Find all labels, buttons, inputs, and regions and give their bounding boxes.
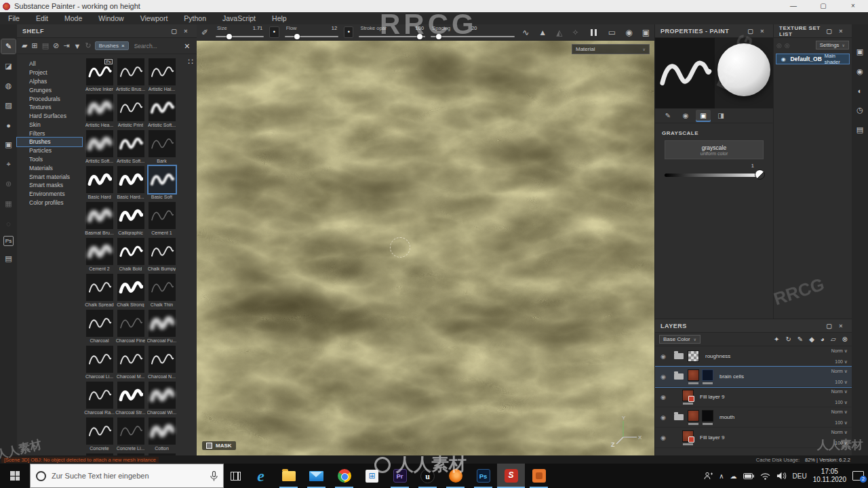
photoshop-plugin[interactable]: Ps xyxy=(3,236,14,246)
viewport-canvas[interactable]: Material∨ MASK Y X Z xyxy=(197,41,654,455)
brush-concrete[interactable]: Concrete xyxy=(84,418,115,453)
menu-window[interactable]: Window xyxy=(90,12,132,24)
layer-thumbnail-red[interactable] xyxy=(688,410,699,422)
brush-charcoal-wi[interactable]: Charcoal Wi... xyxy=(146,382,177,418)
category-all[interactable]: All xyxy=(17,60,82,68)
battery-icon[interactable] xyxy=(743,473,754,479)
layer-visibility-icon[interactable]: ◉ xyxy=(658,373,669,380)
brush-charcoal-fine[interactable]: Charcoal Fine xyxy=(115,310,146,346)
add-folder-icon[interactable]: ▱ xyxy=(831,336,836,343)
spacing-slider[interactable]: Spacing20 xyxy=(431,25,515,40)
brush-basic-hard[interactable]: Basic Hard xyxy=(84,166,115,202)
brush-cement-2[interactable]: Cement 2 xyxy=(84,238,115,274)
layer-row-fill-layer-9[interactable]: ◉ Fill layer 9 Norm ∨ 100 ∨ xyxy=(655,428,852,448)
resources-tool[interactable]: ▤ xyxy=(1,251,16,266)
clone-tool[interactable]: ▣ xyxy=(1,138,16,152)
pause-engine-icon[interactable] xyxy=(591,29,597,36)
filter-icon[interactable]: ▼ xyxy=(72,42,83,50)
clock[interactable]: 17:05 10.11.2020 xyxy=(813,468,846,485)
brushes-filter-chip[interactable]: Brushes× xyxy=(95,41,129,50)
menu-javascript[interactable]: JavaScript xyxy=(214,12,264,24)
layer-visibility-icon[interactable]: ◉ xyxy=(658,434,669,441)
log-icon[interactable]: ▤ xyxy=(856,125,863,134)
display-settings-icon[interactable]: ▣ xyxy=(856,47,863,56)
brush-archive-inker[interactable]: Ps Archive Inker xyxy=(84,58,115,94)
blend-mode-dropdown[interactable]: Norm ∨ xyxy=(831,409,848,415)
close-panel-icon[interactable]: × xyxy=(180,28,191,35)
blend-mode-dropdown[interactable]: Norm ∨ xyxy=(831,389,848,394)
camera-settings-icon[interactable]: ◉ xyxy=(856,67,863,76)
flow-slider[interactable]: Flow12 xyxy=(285,25,338,40)
float-panel-icon[interactable]: ▢ xyxy=(744,28,757,35)
layer-thumbnail-redfill[interactable] xyxy=(682,430,694,442)
size-slider[interactable]: Size1.71 xyxy=(216,25,264,40)
falloff-curve-icon[interactable]: ∿ xyxy=(517,28,534,37)
language-indicator[interactable]: DEU xyxy=(793,472,807,480)
brush-artistic-hea[interactable]: Artistic Hea... xyxy=(84,94,115,130)
layer-thumbnail-black[interactable] xyxy=(702,410,713,422)
add-effect-icon[interactable]: ✦ xyxy=(774,336,779,343)
brush-charcoal-fu[interactable]: Charcoal Fu... xyxy=(146,310,177,346)
layer-row-roughness[interactable]: ◉ roughness Norm ∨ 100 ∨ xyxy=(655,346,852,367)
brush-chalk-spread[interactable]: Chalk Spread xyxy=(84,274,115,310)
effects-tool[interactable]: ◌ xyxy=(1,216,16,230)
layer-opacity-dropdown[interactable]: 100 ∨ xyxy=(835,380,848,385)
brush-artistic-soft[interactable]: Artistic Soft... xyxy=(115,130,146,166)
taskbar-search[interactable]: Zur Suche Text hier eingeben xyxy=(30,464,224,488)
layer-thumbnail-navy[interactable] xyxy=(702,369,713,381)
category-alphas[interactable]: Alphas xyxy=(17,77,82,86)
category-filters[interactable]: Filters xyxy=(17,129,82,138)
taskbar-app-substance-painter[interactable]: S xyxy=(497,464,525,488)
tab-material[interactable]: ◨ xyxy=(713,110,728,122)
category-textures[interactable]: Textures xyxy=(17,103,82,112)
start-button[interactable] xyxy=(0,464,30,488)
menu-file[interactable]: File xyxy=(0,12,28,24)
brush-basic-soft[interactable]: Basic Soft xyxy=(146,166,177,202)
add-fill-layer-icon[interactable]: ◆ xyxy=(809,336,814,343)
brush-tip-button-2[interactable]: • xyxy=(344,26,353,38)
layer-row-mouth[interactable]: ◉ mouth Norm ∨ 100 ∨ xyxy=(655,407,852,428)
camera-icon[interactable]: ▣ xyxy=(637,28,654,37)
brush-charcoal-ra[interactable]: Charcoal Ra... xyxy=(84,382,115,418)
taskbar-app-blender[interactable] xyxy=(441,464,469,488)
menu-help[interactable]: Help xyxy=(264,12,295,24)
smudge-tool[interactable]: ● xyxy=(1,118,16,132)
close-panel-icon[interactable]: × xyxy=(835,28,846,35)
symmetry-icon[interactable]: ▲ xyxy=(534,28,551,37)
task-view-button[interactable] xyxy=(224,472,247,481)
brush-artistic-hai[interactable]: Artistic Hai... xyxy=(146,58,177,94)
float-panel-icon[interactable]: ▢ xyxy=(823,323,835,329)
brush-chalk-bumpy[interactable]: Chalk Bumpy xyxy=(146,238,177,274)
add-resource-icon[interactable]: ⊞ xyxy=(29,41,39,50)
brush-charcoal-m[interactable]: Charcoal M... xyxy=(115,346,146,382)
stroke-opacity-slider[interactable]: Stroke opar100 xyxy=(359,25,425,40)
taskbar-app-premiere[interactable]: Pr xyxy=(386,464,414,488)
notifications-icon[interactable]: 2 xyxy=(852,471,864,481)
add-paint-layer-icon[interactable]: ✎ xyxy=(797,336,803,343)
menu-viewport[interactable]: Viewport xyxy=(132,12,176,24)
taskbar-app-store[interactable]: ⊞ xyxy=(358,464,386,488)
projection-tool[interactable]: ◍ xyxy=(1,79,16,93)
grayscale-slider-knob[interactable] xyxy=(755,169,765,180)
category-particles[interactable]: Particles xyxy=(17,146,82,155)
blend-mode-dropdown[interactable]: Norm ∨ xyxy=(831,369,848,374)
tray-expand-icon[interactable]: ∧ xyxy=(719,472,724,480)
brush-charcoal-li[interactable]: Charcoal Li... xyxy=(84,346,115,382)
add-stamp-icon[interactable]: ↻ xyxy=(785,336,791,343)
category-color-profiles[interactable]: Color profiles xyxy=(17,199,82,207)
particles-tool[interactable]: ⊛ xyxy=(1,177,16,191)
menu-mode[interactable]: Mode xyxy=(56,12,90,24)
snap-icon[interactable]: ✧ xyxy=(567,28,583,37)
layer-thumbnail-red[interactable] xyxy=(688,369,699,381)
category-hard-surfaces[interactable]: Hard Surfaces xyxy=(17,112,82,121)
brush-tip-button[interactable]: • xyxy=(269,26,279,38)
settings-dropdown[interactable]: Settings∨ xyxy=(816,41,849,49)
layer-row-brain-cells[interactable]: ◉ brain cells Norm ∨ 100 ∨ xyxy=(655,367,852,387)
brush-concrete-li[interactable]: Concrete Li... xyxy=(115,418,146,453)
brush-artistic-brus[interactable]: Artistic Brus... xyxy=(115,58,146,94)
texset-next-icon[interactable]: ◎ xyxy=(785,42,790,49)
category-materials[interactable]: Materials xyxy=(17,163,82,172)
texture-set-row[interactable]: ◉ Default_OB Main shader xyxy=(776,54,850,64)
chip-close-icon[interactable]: × xyxy=(121,43,125,49)
category-grunges[interactable]: Grunges xyxy=(17,85,82,94)
